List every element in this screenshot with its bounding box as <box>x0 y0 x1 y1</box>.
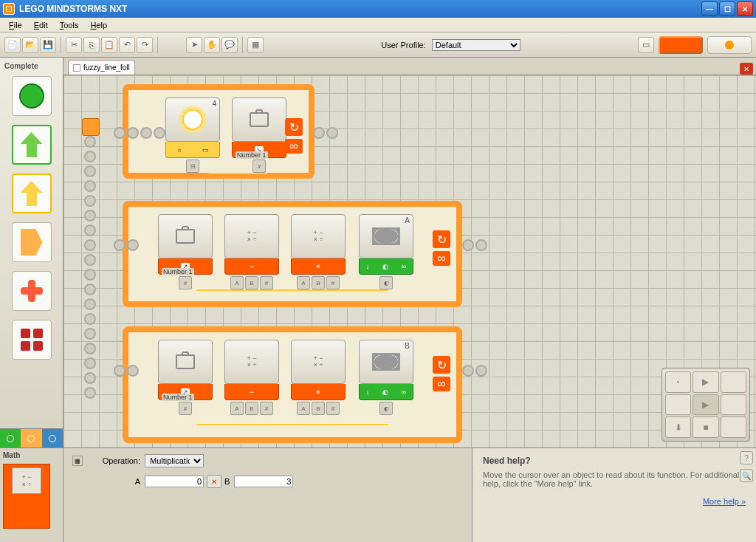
nav-cell-ne[interactable] <box>721 371 746 393</box>
paste-button[interactable]: 📋 <box>101 37 117 53</box>
palette-tab-complete[interactable] <box>21 428 41 447</box>
comment-tool-button[interactable]: 💬 <box>221 37 238 53</box>
pan-tool-button[interactable]: ✋ <box>204 37 220 53</box>
close-window-button[interactable]: ✕ <box>737 1 753 16</box>
user-profile-label: User Profile: <box>381 41 426 49</box>
menu-edit[interactable]: Edit <box>28 19 54 31</box>
variable-read-block-a[interactable]: Number 1↗ # <box>158 214 213 289</box>
palette-tab-custom[interactable] <box>42 428 63 447</box>
menu-file[interactable]: FFileile <box>3 19 28 31</box>
loop-block-3[interactable]: Number 1↗ # + −× ÷ − AB# + −× ÷ × AB# B … <box>123 326 462 443</box>
data-hub[interactable]: # <box>179 276 192 289</box>
loop-condition-infinity[interactable]: ∞ <box>433 251 450 266</box>
data-hub-out[interactable]: # <box>326 402 340 415</box>
nav-download-button[interactable]: ⬇ <box>665 416 691 438</box>
arrow-up-green-icon <box>21 132 43 157</box>
data-hub-a[interactable]: A <box>297 276 310 289</box>
close-tab-button[interactable]: ✕ <box>740 63 753 75</box>
maximize-button[interactable]: ☐ <box>719 1 735 16</box>
save-button[interactable]: 💾 <box>40 37 56 53</box>
palette-item-action[interactable] <box>12 125 52 165</box>
search-icon[interactable]: 🔍 <box>740 469 753 482</box>
data-hub[interactable]: ◐ <box>379 276 393 289</box>
new-button[interactable]: 📄 <box>4 37 21 53</box>
data-hub[interactable]: ◐ <box>379 402 393 415</box>
data-hub-out[interactable]: # <box>260 402 273 415</box>
math-block-b2[interactable]: + −× ÷ × AB# <box>291 340 346 415</box>
math-block-a1[interactable]: + −× ÷ − AB# <box>224 214 279 289</box>
loop-condition-infinity[interactable]: ∞ <box>433 377 450 391</box>
operation-select[interactable]: Multiplication <box>145 454 204 467</box>
help-icon[interactable]: ? <box>740 451 753 464</box>
nxt-window-button[interactable]: ▭ <box>638 37 654 53</box>
motor-port-label: A <box>405 216 410 224</box>
undo-button[interactable]: ↶ <box>119 37 135 53</box>
palette-item-data[interactable] <box>12 271 52 311</box>
download-to-brick-button[interactable] <box>659 36 703 54</box>
motor-block-a[interactable]: A ↓◐∞ ◐ <box>359 214 413 289</box>
nav-center-button[interactable]: ▶ <box>693 394 718 416</box>
beam-icon <box>462 239 487 251</box>
data-hub-a[interactable]: A <box>297 402 310 415</box>
beam-icon <box>114 127 165 139</box>
menu-help[interactable]: Help <box>84 19 113 31</box>
math-block-b1[interactable]: + −× ÷ − AB# <box>224 340 279 415</box>
math-block-a2[interactable]: + −× ÷ × AB# <box>291 214 346 289</box>
loop-condition-infinity[interactable]: ∞ <box>285 139 303 154</box>
data-wire <box>196 289 388 291</box>
palette-tab-common[interactable] <box>0 428 21 447</box>
document-tab[interactable]: fuzzy_line_foll <box>68 60 135 75</box>
operator-icon: ✕ <box>207 475 221 488</box>
minimize-button[interactable]: — <box>701 1 718 16</box>
nav-right-button[interactable] <box>721 394 746 416</box>
palette-item-sensor[interactable] <box>12 174 52 213</box>
data-hub[interactable]: # <box>252 159 266 173</box>
redo-button[interactable]: ↷ <box>137 37 153 53</box>
data-hub-out[interactable]: # <box>260 276 273 289</box>
variable-name-label: Number 1 <box>236 151 268 159</box>
nav-cell-nw[interactable]: ▫ <box>665 371 691 393</box>
input-b-field[interactable] <box>234 476 293 487</box>
nav-up-button[interactable]: ▶ <box>693 371 718 393</box>
data-hub-out[interactable]: # <box>326 276 340 289</box>
motor-block-b[interactable]: B ↓◐∞ ◐ <box>359 340 413 415</box>
user-icon <box>725 41 734 49</box>
nav-cell-se[interactable] <box>721 416 746 438</box>
grid-button[interactable]: ▦ <box>247 37 264 53</box>
open-button[interactable]: 📂 <box>22 37 38 53</box>
more-help-link[interactable]: More help » <box>703 497 746 506</box>
nav-stop-button[interactable]: ■ <box>693 416 718 438</box>
user-profile-select[interactable]: Default <box>432 39 520 51</box>
data-hub-a[interactable]: A <box>230 402 244 415</box>
palette-item-advanced[interactable] <box>12 320 52 360</box>
program-canvas[interactable]: 4 ☼▭ ⊟ Number 1↘ # ↻ ∞ <box>63 75 756 447</box>
start-block[interactable] <box>82 118 100 136</box>
config-thumb-area: Math + −× ÷ <box>0 448 63 542</box>
light-sensor-block[interactable]: 4 ☼▭ ⊟ <box>165 97 220 173</box>
variable-read-block-b[interactable]: Number 1↗ # <box>158 340 213 415</box>
data-hub-b[interactable]: B <box>312 402 325 415</box>
input-b-label: B <box>224 477 230 486</box>
input-a-field[interactable] <box>145 476 204 487</box>
palette-item-flow[interactable] <box>12 222 52 262</box>
loop-block-1[interactable]: 4 ☼▭ ⊟ Number 1↘ # ↻ ∞ <box>123 84 315 179</box>
variable-write-block-1[interactable]: Number 1↘ # <box>232 97 286 173</box>
data-hub-b[interactable]: B <box>312 276 325 289</box>
beam-icon <box>114 239 139 251</box>
nav-left-button[interactable] <box>665 394 691 416</box>
palette-item-common[interactable] <box>12 76 52 116</box>
gear-icon <box>385 355 398 368</box>
data-hub[interactable]: ⊟ <box>186 159 199 173</box>
sequence-beam-vertical <box>84 121 96 399</box>
menu-tools[interactable]: Tools <box>54 19 85 31</box>
pointer-tool-button[interactable]: ➤ <box>186 37 202 53</box>
data-wire <box>196 424 388 425</box>
data-hub[interactable]: # <box>179 402 192 415</box>
data-hub-b[interactable]: B <box>245 276 258 289</box>
user-account-button[interactable] <box>707 36 752 54</box>
copy-button[interactable]: ⎘ <box>83 37 100 53</box>
cut-button[interactable]: ✂ <box>66 37 82 53</box>
loop-block-2[interactable]: Number 1↗ # + −× ÷ − AB# + −× ÷ × AB# A … <box>123 201 462 307</box>
data-hub-a[interactable]: A <box>230 276 244 289</box>
data-hub-b[interactable]: B <box>245 402 258 415</box>
